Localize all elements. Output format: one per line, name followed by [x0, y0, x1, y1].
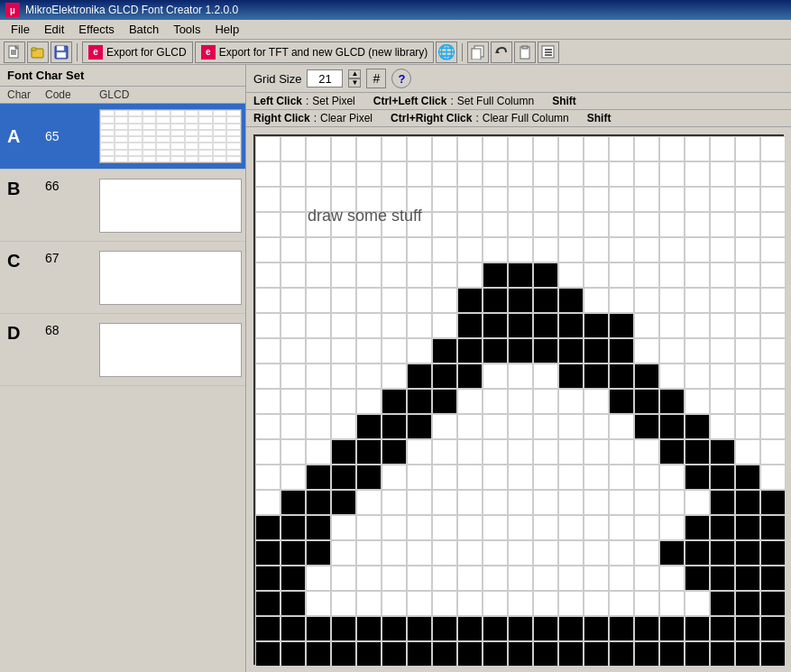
- pixel-cell[interactable]: [306, 237, 331, 262]
- pixel-cell[interactable]: [281, 262, 306, 288]
- pixel-cell[interactable]: [584, 262, 609, 288]
- pixel-cell[interactable]: [533, 515, 558, 540]
- pixel-cell[interactable]: [407, 414, 432, 439]
- pixel-cell[interactable]: [533, 566, 558, 591]
- pixel-cell[interactable]: [609, 237, 634, 262]
- pixel-cell[interactable]: [356, 641, 382, 667]
- pixel-cell[interactable]: [382, 364, 407, 389]
- pixel-cell[interactable]: [533, 313, 558, 338]
- pixel-cell[interactable]: [685, 439, 710, 465]
- pixel-cell[interactable]: [457, 566, 483, 591]
- pixel-cell[interactable]: [432, 490, 457, 515]
- pixel-cell[interactable]: [483, 161, 508, 187]
- pixel-cell[interactable]: [281, 616, 306, 641]
- pixel-cell[interactable]: [760, 641, 786, 667]
- pixel-cell[interactable]: [634, 338, 659, 364]
- pixel-cell[interactable]: [356, 262, 382, 288]
- pixel-cell[interactable]: [634, 490, 659, 515]
- charset-item-c[interactable]: C 67: [0, 242, 245, 314]
- pixel-cell[interactable]: [609, 262, 634, 288]
- pixel-cell[interactable]: [760, 439, 786, 465]
- new-button[interactable]: [4, 41, 25, 63]
- pixel-cell[interactable]: [255, 237, 281, 262]
- pixel-cell[interactable]: [735, 262, 760, 288]
- pixel-cell[interactable]: [685, 313, 710, 338]
- pixel-cell[interactable]: [306, 262, 331, 288]
- pixel-cell[interactable]: [331, 313, 356, 338]
- pixel-cell[interactable]: [735, 364, 760, 389]
- pixel-cell[interactable]: [407, 616, 432, 641]
- pixel-cell[interactable]: [584, 490, 609, 515]
- pixel-cell[interactable]: [659, 262, 685, 288]
- pixel-cell[interactable]: [760, 187, 786, 212]
- pixel-cell[interactable]: [760, 490, 786, 515]
- pixel-cell[interactable]: [382, 187, 407, 212]
- pixel-cell[interactable]: [659, 439, 685, 465]
- pixel-cell[interactable]: [331, 641, 356, 667]
- pixel-cell[interactable]: [760, 540, 786, 566]
- pixel-cell[interactable]: [483, 616, 508, 641]
- export-glcd-button[interactable]: e Export for GLCD: [82, 41, 193, 63]
- pixel-cell[interactable]: [255, 364, 281, 389]
- pixel-cell[interactable]: [685, 338, 710, 364]
- pixel-cell[interactable]: [659, 288, 685, 313]
- pixel-cell[interactable]: [356, 566, 382, 591]
- pixel-cell[interactable]: [407, 591, 432, 616]
- pixel-cell[interactable]: [634, 616, 659, 641]
- pixel-cell[interactable]: [356, 439, 382, 465]
- globe-button[interactable]: 🌐: [436, 41, 457, 63]
- pixel-cell[interactable]: [382, 591, 407, 616]
- pixel-cell[interactable]: [533, 439, 558, 465]
- pixel-cell[interactable]: [735, 237, 760, 262]
- pixel-cell[interactable]: [735, 616, 760, 641]
- pixel-cell[interactable]: [710, 591, 735, 616]
- pixel-cell[interactable]: [508, 641, 533, 667]
- pixel-cell[interactable]: [760, 414, 786, 439]
- pixel-cell[interactable]: [760, 389, 786, 414]
- pixel-cell[interactable]: [760, 288, 786, 313]
- pixel-cell[interactable]: [558, 187, 584, 212]
- pixel-cell[interactable]: [735, 212, 760, 237]
- pixel-cell[interactable]: [457, 515, 483, 540]
- pixel-cell[interactable]: [735, 566, 760, 591]
- pixel-cell[interactable]: [584, 566, 609, 591]
- pixel-cell[interactable]: [558, 288, 584, 313]
- pixel-cell[interactable]: [483, 313, 508, 338]
- pixel-cell[interactable]: [558, 338, 584, 364]
- pixel-cell[interactable]: [382, 136, 407, 161]
- pixel-cell[interactable]: [306, 540, 331, 566]
- pixel-cell[interactable]: [584, 161, 609, 187]
- pixel-cell[interactable]: [407, 212, 432, 237]
- pixel-cell[interactable]: [609, 187, 634, 212]
- pixel-cell[interactable]: [281, 389, 306, 414]
- pixel-cell[interactable]: [760, 237, 786, 262]
- pixel-cell[interactable]: [432, 414, 457, 439]
- pixel-cell[interactable]: [710, 439, 735, 465]
- pixel-cell[interactable]: [255, 439, 281, 465]
- pixel-cell[interactable]: [331, 566, 356, 591]
- pixel-cell[interactable]: [331, 414, 356, 439]
- pixel-cell[interactable]: [685, 566, 710, 591]
- pixel-cell[interactable]: [609, 591, 634, 616]
- pixel-cell[interactable]: [457, 136, 483, 161]
- pixel-cell[interactable]: [710, 313, 735, 338]
- pixel-cell[interactable]: [584, 136, 609, 161]
- pixel-cell[interactable]: [382, 465, 407, 490]
- pixel-cell[interactable]: [356, 288, 382, 313]
- pixel-cell[interactable]: [685, 262, 710, 288]
- pixel-cell[interactable]: [255, 515, 281, 540]
- pixel-cell[interactable]: [432, 262, 457, 288]
- pixel-cell[interactable]: [281, 515, 306, 540]
- pixel-cell[interactable]: [659, 540, 685, 566]
- pixel-cell[interactable]: [609, 389, 634, 414]
- pixel-cell[interactable]: [432, 591, 457, 616]
- pixel-cell[interactable]: [255, 490, 281, 515]
- pixel-cell[interactable]: [634, 237, 659, 262]
- pixel-cell[interactable]: [634, 641, 659, 667]
- pixel-cell[interactable]: [533, 616, 558, 641]
- pixel-cell[interactable]: [508, 187, 533, 212]
- pixel-cell[interactable]: [382, 288, 407, 313]
- pixel-cell[interactable]: [281, 490, 306, 515]
- pixel-cell[interactable]: [483, 566, 508, 591]
- pixel-cell[interactable]: [533, 187, 558, 212]
